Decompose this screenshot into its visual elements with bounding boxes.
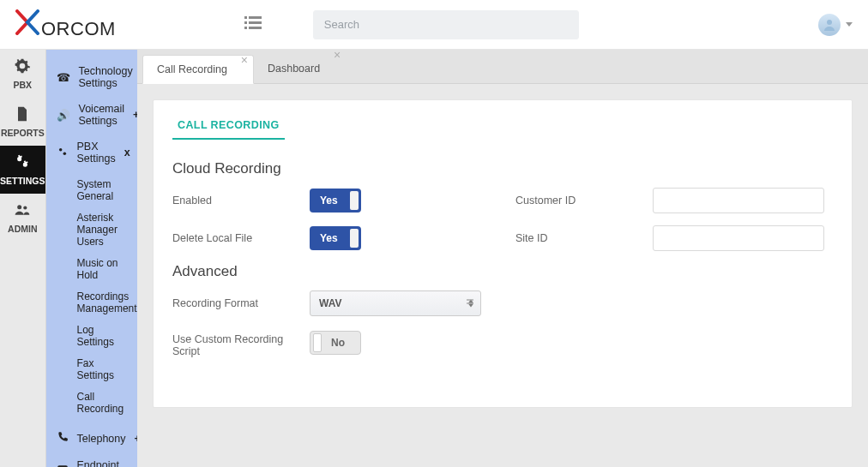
tab-dashboard[interactable]: Dashboard ×	[254, 54, 346, 83]
sidemenu-item-system-general[interactable]: System General	[46, 173, 137, 207]
group-label: Endpoint Manager	[77, 459, 119, 467]
tab-label: Call Recording	[157, 63, 227, 75]
input-site-id[interactable]	[653, 225, 824, 251]
search-input[interactable]	[313, 10, 579, 39]
group-label: Telephony	[77, 433, 126, 445]
toggle-knob	[350, 229, 359, 248]
section-title-cloud: Cloud Recording	[172, 160, 833, 177]
svg-rect-2	[244, 21, 247, 24]
select-value: WAV	[319, 297, 341, 309]
toggle-enabled[interactable]: Yes	[310, 189, 361, 213]
sidemenu-group-pbx[interactable]: PBX Settings x	[46, 134, 137, 171]
close-icon[interactable]: ×	[334, 49, 341, 61]
gears-icon	[57, 146, 69, 160]
tab-label: Dashboard	[268, 63, 320, 75]
svg-point-12	[63, 152, 66, 155]
svg-point-9	[17, 205, 21, 209]
user-menu-button[interactable]	[818, 14, 853, 36]
sidemenu-group-vm[interactable]: 🔊 Voicemail Settings +	[46, 96, 137, 134]
chevron-down-icon	[846, 22, 853, 27]
rail-item-pbx[interactable]: PBX	[0, 50, 45, 98]
brand-text: ORCOM	[41, 18, 116, 40]
toggle-value: Yes	[310, 195, 338, 207]
sidemenu-item-amu[interactable]: Asterisk Manager Users	[46, 207, 137, 252]
rail-item-settings[interactable]: SETTINGS	[0, 146, 45, 194]
svg-point-10	[24, 206, 27, 209]
settings-card: CALL RECORDING Cloud Recording Enabled Y…	[153, 99, 853, 408]
advanced-form: Recording Format WAV Use Custom Recordin…	[172, 290, 833, 357]
content-wrap: CALL RECORDING Cloud Recording Enabled Y…	[137, 84, 868, 423]
list-view-icon[interactable]	[244, 16, 262, 33]
rail-item-label: SETTINGS	[0, 176, 45, 186]
tab-call-recording[interactable]: Call Recording ×	[142, 55, 254, 84]
rail-item-admin[interactable]: ADMIN	[0, 194, 45, 242]
label-format: Recording Format	[172, 297, 284, 309]
group-label: Voicemail Settings	[79, 103, 125, 127]
updown-caret-icon	[468, 300, 473, 308]
sidemenu: ☎ Technology Settings + 🔊 Voicemail Sett…	[46, 50, 137, 467]
svg-rect-1	[249, 16, 262, 19]
collapse-icon: x	[124, 147, 130, 159]
rail-item-label: REPORTS	[1, 128, 45, 138]
toggle-knob	[313, 333, 322, 352]
document-icon	[14, 105, 31, 125]
search-box	[313, 10, 579, 39]
main-area: Call Recording × Dashboard × CALL RECORD…	[137, 50, 868, 467]
app-window: ORCOM PBX	[0, 0, 868, 467]
toggle-knob	[350, 191, 359, 210]
brand-logo: ORCOM	[15, 9, 116, 40]
svg-point-6	[827, 20, 832, 25]
input-customer-id[interactable]	[653, 188, 824, 213]
section-title-advanced: Advanced	[172, 263, 833, 280]
phone-icon	[57, 431, 69, 446]
page-tabs: Call Recording × Dashboard ×	[137, 50, 868, 84]
left-rail: PBX REPORTS SETTINGS ADMIN	[0, 50, 46, 467]
phone-square-icon	[57, 464, 69, 468]
volume-icon: 🔊	[57, 109, 70, 122]
sidemenu-subitems-pbx: System General Asterisk Manager Users Mu…	[46, 171, 137, 424]
toggle-delete-local[interactable]: Yes	[310, 226, 361, 250]
gear-icon	[14, 57, 31, 77]
group-label: PBX Settings	[77, 141, 116, 165]
svg-rect-3	[249, 21, 262, 24]
svg-rect-4	[244, 27, 247, 29]
sidemenu-item-fax-settings[interactable]: Fax Settings	[46, 352, 137, 386]
sidemenu-group-telephony[interactable]: Telephony +	[46, 424, 137, 452]
sidemenu-item-recordings-mgmt[interactable]: Recordings Management	[46, 285, 137, 319]
svg-rect-0	[244, 16, 247, 19]
sidemenu-group-tech[interactable]: ☎ Technology Settings +	[46, 58, 137, 96]
sidemenu-item-moh[interactable]: Music on Hold	[46, 252, 137, 285]
topbar: ORCOM	[0, 0, 868, 50]
rail-item-label: ADMIN	[8, 224, 37, 234]
select-recording-format[interactable]: WAV	[310, 290, 481, 316]
label-use-script: Use Custom Recording Script	[172, 328, 284, 357]
avatar-icon	[818, 14, 841, 36]
svg-point-11	[58, 147, 62, 151]
rail-item-label: PBX	[13, 80, 32, 90]
label-enabled: Enabled	[172, 195, 284, 207]
group-label: Technology Settings	[79, 65, 133, 89]
rail-item-reports[interactable]: REPORTS	[0, 98, 45, 146]
phone-classic-icon: ☎	[57, 71, 70, 84]
label-site-id: Site ID	[515, 232, 627, 244]
svg-rect-5	[249, 27, 262, 29]
users-icon	[14, 201, 31, 221]
gears-icon	[14, 153, 31, 173]
label-delete-local: Delete Local File	[172, 232, 284, 244]
sidemenu-group-endpoint[interactable]: Endpoint Manager +	[46, 452, 137, 467]
label-customer-id: Customer ID	[515, 195, 627, 207]
toggle-use-script[interactable]: No	[310, 331, 361, 355]
sidemenu-item-call-recording[interactable]: Call Recording	[46, 386, 137, 419]
cloud-form: Enabled Yes Customer ID Delete Local Fil…	[172, 188, 833, 251]
sidemenu-item-log-settings[interactable]: Log Settings	[46, 319, 137, 352]
close-icon[interactable]: ×	[241, 54, 248, 66]
brand-x-icon	[15, 9, 39, 35]
body: PBX REPORTS SETTINGS ADMIN	[0, 50, 868, 467]
inner-tab-call-recording[interactable]: CALL RECORDING	[172, 112, 285, 140]
toggle-value: Yes	[310, 232, 338, 244]
